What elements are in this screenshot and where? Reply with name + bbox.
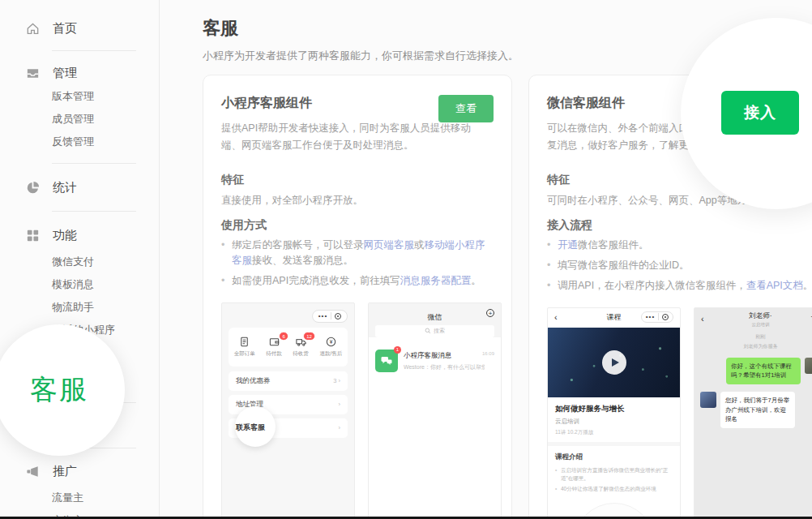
- screenshots-row: ‹ 课程 ••• 如何做好服务与增长: [547, 307, 812, 519]
- user-message: 你好，这个有线下课程吗？希望有1对1培训: [694, 358, 812, 384]
- search-icon: [425, 328, 431, 334]
- usage-item: 如需使用API完成消息收发，前往填写消息服务器配置。: [221, 273, 494, 289]
- sidebar-item-template-msg[interactable]: 模板消息: [0, 273, 159, 296]
- search-bar: 搜索: [375, 325, 494, 337]
- sidebar-divider: [52, 211, 136, 212]
- course-info: 如何做好服务与增长 云启培训 11讲 10.2万播放: [548, 397, 680, 446]
- chat-time: 16:09: [482, 351, 494, 356]
- play-button-icon: [602, 350, 626, 375]
- sidebar-item-customer-service[interactable]: 客服: [30, 371, 88, 409]
- chatlist-header: 微信 + 搜索: [369, 303, 501, 337]
- grid-item-to-pay: 6 待付款: [266, 336, 282, 358]
- sidebar-item-label: 管理: [53, 66, 77, 81]
- refund-icon: ¥: [325, 336, 337, 348]
- close-target-icon: [662, 314, 669, 320]
- flow-list: 开通微信客服组件。 填写微信客服组件的企业ID。 调用API，在小程序内接入微信…: [547, 238, 812, 294]
- sidebar-item-features[interactable]: 功能: [0, 223, 159, 247]
- course-header: ‹ 课程 •••: [548, 308, 680, 328]
- web-cs-link[interactable]: 网页端客服: [364, 239, 415, 251]
- sidebar-item-manage[interactable]: 管理: [0, 61, 159, 85]
- row-label: 联系客服: [236, 422, 265, 433]
- sidebar-item-promo[interactable]: 推广: [0, 459, 159, 483]
- sidebar-item-label: 统计: [53, 180, 77, 195]
- unread-badge: 1: [394, 346, 401, 354]
- inbox-icon: [25, 66, 41, 81]
- grid-item-to-receive: 12 待收货: [293, 336, 309, 358]
- usage-text: 绑定后的客服帐号，可以登录: [232, 239, 364, 251]
- back-icon: ‹: [554, 313, 558, 322]
- capsule-menu: •••: [641, 311, 673, 323]
- sidebar-item-label: 功能: [53, 228, 77, 243]
- sidebar-item-traffic[interactable]: 流量主: [0, 487, 159, 509]
- badge: 12: [303, 332, 315, 341]
- sidebar-item-stats[interactable]: 统计: [0, 175, 159, 199]
- grid-item-label: 退款/售后: [319, 350, 342, 358]
- usage-text: 。: [471, 275, 481, 286]
- grid-icon: [25, 228, 41, 243]
- usage-text: 接收、发送客服消息。: [252, 255, 353, 266]
- sidebar-item-version[interactable]: 版本管理: [0, 85, 159, 108]
- sidebar-divider: [52, 50, 136, 51]
- close-target-icon: [335, 313, 341, 320]
- api-doc-link[interactable]: 查看API文档: [746, 280, 803, 291]
- home-icon: [25, 21, 41, 36]
- card-description: 提供API帮助开发者快速接入，同时为客服人员提供移动端、网页端客服工作台便于及时…: [221, 120, 482, 155]
- chat-name: 小程序客服消息: [404, 351, 485, 361]
- row-value: 3 ›: [333, 377, 340, 384]
- feature-heading: 特征: [221, 173, 494, 187]
- flow-text: 微信客服组件。: [578, 239, 649, 251]
- chat-title: 刘老师·: [749, 311, 771, 321]
- grid-item-label: 待付款: [266, 350, 282, 358]
- user-message-bubble: 你好，这个有线下课程吗？希望有1对1培训: [726, 358, 801, 384]
- row-label: 我的优惠券: [236, 376, 271, 386]
- wechat-title: 微信: [428, 313, 442, 321]
- view-button[interactable]: 查看: [438, 95, 494, 122]
- order-icons-card: 全部订单 6 待付款 12 待收货: [229, 328, 348, 367]
- sidebar-item-feedback[interactable]: 反馈管理: [0, 131, 159, 153]
- usage-list: 绑定后的客服帐号，可以登录网页端客服或移动端小程序客服接收、发送客服消息。 如需…: [221, 238, 494, 290]
- capsule-divider: [331, 312, 331, 320]
- msg-server-config-link[interactable]: 消息服务器配置: [400, 275, 472, 286]
- screenshots-row: ••• 全部订单 6 待付款: [221, 302, 494, 519]
- course-nav-title: 课程: [607, 312, 622, 323]
- sidebar-item-wechat-pay[interactable]: 微信支付: [0, 251, 159, 273]
- feature-text: 直接使用，对全部小程序开放。: [221, 192, 494, 208]
- sidebar-item-members[interactable]: 成员管理: [0, 108, 159, 131]
- chat-bubbles-icon: [380, 354, 393, 367]
- grid-item-label: 全部订单: [234, 350, 255, 358]
- course-provider: 云启培训: [555, 418, 673, 426]
- chat-header: ‹ 刘老师· 云启培训 ···: [694, 308, 812, 331]
- app-window: 首页 管理 版本管理 成员管理 反馈管理 统计 功能 微信支付 模板消息 物流助…: [0, 0, 812, 519]
- capsule-divider: [658, 313, 659, 320]
- capsule-menu: •••: [312, 310, 348, 323]
- agent-message-bubble: 您好，我们将于7月份举办广州线下培训，欢迎报名: [720, 392, 795, 428]
- usage-item: 绑定后的客服帐号，可以登录网页端客服或移动端小程序客服接收、发送客服消息。: [221, 238, 494, 269]
- sidebar-item-label: 推广: [53, 464, 77, 479]
- flow-text: 调用API，在小程序内接入微信客服组件，: [558, 280, 746, 291]
- plus-icon: +: [486, 309, 494, 317]
- sidebar-item-logistics[interactable]: 物流助手: [0, 296, 159, 319]
- mini-program-cs-card: 小程序客服组件 查看 提供API帮助开发者快速接入，同时为客服人员提供移动端、网…: [203, 75, 512, 519]
- sidebar: 首页 管理 版本管理 成员管理 反馈管理 统计 功能 微信支付 模板消息 物流助…: [0, 0, 160, 519]
- sidebar-item-home[interactable]: 首页: [0, 16, 159, 41]
- usage-heading: 使用方式: [221, 218, 494, 233]
- attach-button[interactable]: 接入: [721, 91, 799, 135]
- open-cs-link[interactable]: 开通: [558, 239, 578, 251]
- agent-message: 您好，我们将于7月份举办广州线下培训，欢迎报名: [694, 392, 812, 428]
- course-meta: 11讲 10.2万播放: [555, 429, 673, 436]
- more-dots-icon: •••: [318, 313, 327, 320]
- course-title: 如何做好服务与增长: [555, 404, 673, 414]
- flow-heading: 接入流程: [547, 218, 812, 233]
- chat-service-notice: 刘老师为你服务: [694, 343, 812, 350]
- sidebar-divider: [52, 163, 136, 164]
- megaphone-icon: [25, 464, 41, 479]
- flow-item: 调用API，在小程序内接入微信客服组件，查看API文档。: [547, 278, 812, 294]
- usage-text: 如需使用API完成消息收发，前往填写: [232, 275, 400, 286]
- video-thumbnail: [548, 328, 680, 397]
- sidebar-spotlight-circle[interactable]: 客服: [0, 324, 125, 456]
- wallet-icon: [268, 336, 280, 348]
- cs-message-avatar: 1: [375, 350, 398, 372]
- back-icon: ‹: [701, 314, 704, 324]
- chat-list-item: 1 小程序客服消息 Westore：你好，有什么可以帮您? 16:09: [369, 344, 501, 378]
- mini-program-profile-screenshot: ••• 全部订单 6 待付款: [221, 302, 355, 519]
